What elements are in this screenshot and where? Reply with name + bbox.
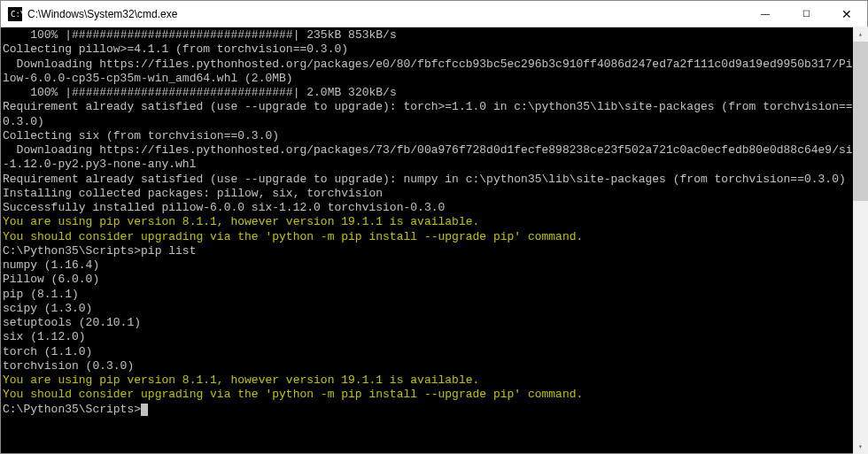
terminal-line: Downloading https://files.pythonhosted.o… xyxy=(3,58,865,87)
terminal-line: Collecting six (from torchvision==0.3.0) xyxy=(3,129,865,143)
terminal-line: pip (8.1.1) xyxy=(3,288,865,302)
scroll-track[interactable] xyxy=(853,42,868,439)
titlebar[interactable]: C:\ C:\Windows\System32\cmd.exe — ☐ ✕ xyxy=(1,1,867,27)
terminal-line: You are using pip version 8.1.1, however… xyxy=(3,215,865,229)
terminal-line: Requirement already satisfied (use --upg… xyxy=(3,173,865,187)
close-button[interactable]: ✕ xyxy=(826,1,867,27)
scroll-down-arrow[interactable]: ▾ xyxy=(853,439,868,454)
terminal-line: six (1.12.0) xyxy=(3,330,865,344)
scroll-thumb[interactable] xyxy=(853,42,868,201)
terminal-line: torch (1.1.0) xyxy=(3,345,865,359)
terminal-line: Pillow (6.0.0) xyxy=(3,273,865,287)
terminal-line: scipy (1.3.0) xyxy=(3,302,865,316)
window-controls: — ☐ ✕ xyxy=(745,1,867,27)
terminal-line: Collecting pillow>=4.1.1 (from torchvisi… xyxy=(3,42,865,57)
terminal-line: Downloading https://files.pythonhosted.o… xyxy=(3,143,865,173)
vertical-scrollbar[interactable]: ▴ ▾ xyxy=(853,27,868,454)
prompt-text: C:\Python35\Scripts> xyxy=(3,403,141,416)
terminal-line: Requirement already satisfied (use --upg… xyxy=(3,100,865,129)
terminal-line: numpy (1.16.4) xyxy=(3,258,865,273)
terminal-line: Successfully installed pillow-6.0.0 six-… xyxy=(3,201,865,215)
terminal-line: setuptools (20.10.1) xyxy=(3,316,865,330)
window-title: C:\Windows\System32\cmd.exe xyxy=(27,8,745,20)
terminal-output[interactable]: 100% |################################| … xyxy=(1,27,867,453)
terminal-line: 100% |################################| … xyxy=(3,28,865,42)
scroll-up-arrow[interactable]: ▴ xyxy=(853,27,868,42)
terminal-line: You should consider upgrading via the 'p… xyxy=(3,388,865,402)
cursor xyxy=(141,404,148,416)
minimize-button[interactable]: — xyxy=(745,1,786,27)
maximize-button[interactable]: ☐ xyxy=(786,1,826,27)
terminal-line: C:\Python35\Scripts>pip list xyxy=(3,244,865,258)
terminal-line: You are using pip version 8.1.1, however… xyxy=(3,373,865,388)
cmd-icon: C:\ xyxy=(8,7,22,21)
svg-text:C:\: C:\ xyxy=(11,10,22,19)
terminal-line: Installing collected packages: pillow, s… xyxy=(3,187,865,201)
cmd-window: C:\ C:\Windows\System32\cmd.exe — ☐ ✕ 10… xyxy=(0,0,868,454)
terminal-line: You should consider upgrading via the 'p… xyxy=(3,230,865,244)
prompt-line[interactable]: C:\Python35\Scripts> xyxy=(3,403,865,417)
terminal-line: 100% |################################| … xyxy=(3,86,865,100)
terminal-line: torchvision (0.3.0) xyxy=(3,359,865,373)
